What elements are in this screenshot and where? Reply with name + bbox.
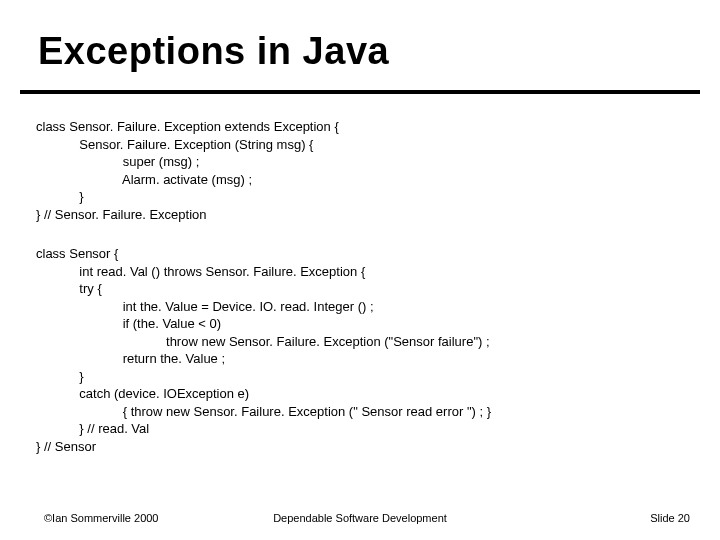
code-block-1: class Sensor. Failure. Exception extends… xyxy=(36,118,339,223)
code-block-2: class Sensor { int read. Val () throws S… xyxy=(36,245,491,456)
slide: Exceptions in Java class Sensor. Failure… xyxy=(0,0,720,540)
slide-title: Exceptions in Java xyxy=(38,30,389,73)
footer-slide-number: Slide 20 xyxy=(650,512,690,524)
footer-title: Dependable Software Development xyxy=(0,512,720,524)
title-rule xyxy=(20,90,700,94)
